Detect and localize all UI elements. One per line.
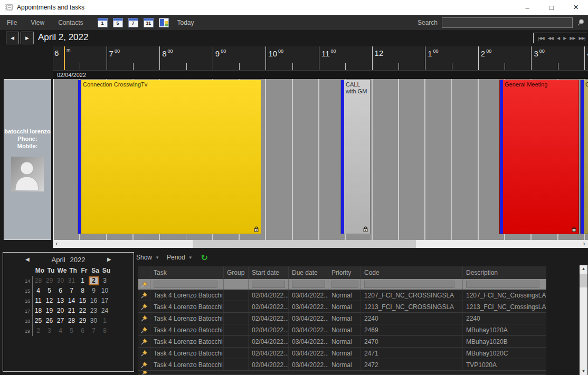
task-cell-due[interactable]: 03/04/2022... xyxy=(289,301,328,312)
show-dropdown-caret-icon[interactable]: ▼ xyxy=(155,255,159,260)
task-row[interactable]: Task 4 Lorenzo Batocchi02/04/2022...03/0… xyxy=(138,348,546,359)
calendar-day[interactable]: 27 xyxy=(55,316,66,325)
task-cell-priority[interactable]: Normal xyxy=(328,313,361,324)
calendar-day[interactable]: 24 xyxy=(99,306,110,315)
task-cell-code[interactable]: 1207_FCI_NC_CROSSINGSLA xyxy=(361,290,463,301)
task-pin-cell[interactable] xyxy=(138,301,150,312)
last-record-button[interactable]: ▶▶| xyxy=(579,36,585,41)
schedule-grid[interactable]: Connection CrosswingTvCALL with GMGenera… xyxy=(53,79,588,240)
column-pin[interactable] xyxy=(138,266,150,279)
calendar-day[interactable]: 9 xyxy=(88,286,99,295)
calendar-day[interactable]: 5 xyxy=(66,326,77,335)
calendar-day[interactable]: 11 xyxy=(33,296,44,305)
task-cell-start[interactable]: 02/04/2022... xyxy=(249,359,289,370)
calendar-day[interactable]: 4 xyxy=(33,286,44,295)
task-cell-task[interactable]: Task 4 Lorenzo Batocchi xyxy=(150,290,224,301)
task-cell-code[interactable]: 2472 xyxy=(361,359,463,370)
calendar-day[interactable]: 15 xyxy=(77,296,88,305)
month-view-icon[interactable]: 31 xyxy=(144,18,154,27)
workweek-view-icon[interactable]: 5 xyxy=(113,18,123,27)
calendar-day[interactable]: 26 xyxy=(44,316,55,325)
task-row-partial[interactable] xyxy=(138,371,546,375)
first-record-button[interactable]: |◀◀ xyxy=(538,36,544,41)
column-task[interactable]: Task xyxy=(150,266,224,279)
task-cell-start[interactable]: 02/04/2022... xyxy=(249,290,289,301)
calendar-day[interactable]: 8 xyxy=(77,286,88,295)
menu-view[interactable]: View xyxy=(24,19,51,26)
next-record-button[interactable]: ▶ xyxy=(563,36,566,41)
task-cell-group[interactable] xyxy=(224,336,249,347)
task-cell-due[interactable]: 03/04/2022... xyxy=(289,324,328,335)
day-band[interactable]: 02/04/2022 xyxy=(53,70,588,79)
today-button[interactable]: Today xyxy=(177,19,194,26)
calendar-day[interactable]: 17 xyxy=(99,296,110,305)
refresh-icon[interactable]: ↻ xyxy=(201,253,208,263)
task-cell-start[interactable]: 02/04/2022... xyxy=(249,336,289,347)
filter-task[interactable] xyxy=(150,279,224,290)
appointment-block[interactable]: General Meeting xyxy=(499,80,579,234)
calendar-day[interactable]: 4 xyxy=(55,326,66,335)
calendar-day[interactable]: 12 xyxy=(44,296,55,305)
task-row[interactable]: Task 4 Lorenzo Batocchi02/04/2022...03/0… xyxy=(138,301,546,313)
task-row[interactable]: Task 4 Lorenzo Batocchi02/04/2022...03/0… xyxy=(138,359,546,371)
task-cell-code[interactable]: 2471 xyxy=(361,348,463,359)
filter-priority[interactable] xyxy=(328,279,361,290)
task-cell-priority[interactable]: Normal xyxy=(328,324,361,335)
task-cell-task[interactable]: Task 4 Lorenzo Batocchi xyxy=(150,324,224,335)
task-pin-cell[interactable] xyxy=(138,359,150,370)
column-code[interactable]: Code xyxy=(361,266,463,279)
calendar-day[interactable]: 7 xyxy=(66,286,77,295)
task-cell-priority[interactable]: Normal xyxy=(328,359,361,370)
task-cell-description[interactable]: MBuhay1020C xyxy=(463,348,546,359)
task-cell-priority[interactable]: Normal xyxy=(328,348,361,359)
contact-card[interactable]: batocchi lorenzo Phone: Mobile: xyxy=(4,79,51,240)
calendar-day[interactable]: 16 xyxy=(88,296,99,305)
close-button[interactable]: × xyxy=(564,0,588,15)
calendar-day-selected[interactable]: 2 xyxy=(89,276,99,285)
menu-file[interactable]: File xyxy=(0,19,24,26)
calendar-day[interactable]: 13 xyxy=(55,296,66,305)
task-pin-cell[interactable] xyxy=(138,371,150,374)
calendar-day[interactable]: 28 xyxy=(33,276,44,285)
calendar-day[interactable]: 20 xyxy=(55,306,66,315)
fast-next-button[interactable]: ▶▶ xyxy=(570,36,575,41)
task-pin-cell[interactable] xyxy=(138,313,150,324)
period-dropdown[interactable]: Period xyxy=(167,254,185,261)
task-cell-code[interactable]: 1213_FCI_NC_CROSSINGSLA xyxy=(361,301,463,312)
task-cell-code[interactable]: 2240 xyxy=(361,313,463,324)
scroll-left-arrow-icon[interactable]: ‹ xyxy=(53,240,61,248)
task-cell-code[interactable]: 2470 xyxy=(361,336,463,347)
task-cell-task[interactable]: Task 4 Lorenzo Batocchi xyxy=(150,301,224,312)
calendar-day[interactable]: 6 xyxy=(55,286,66,295)
minimize-button[interactable]: – xyxy=(515,0,539,15)
filter-pin-icon[interactable] xyxy=(138,279,150,290)
task-pin-cell[interactable] xyxy=(138,348,150,359)
calendar-day[interactable]: 23 xyxy=(88,306,99,315)
horizontal-scroll-thumb[interactable] xyxy=(193,240,416,248)
calendar-day[interactable]: 30 xyxy=(88,316,99,325)
appointment-block[interactable]: Connection CrosswingTv xyxy=(78,80,261,234)
task-cell-priority[interactable]: Normal xyxy=(328,290,361,301)
timeline-view-icon[interactable] xyxy=(159,18,169,27)
calendar-day[interactable]: 1 xyxy=(99,316,110,325)
calendar-day[interactable]: 31 xyxy=(66,276,77,285)
task-pin-cell[interactable] xyxy=(138,324,150,335)
vertical-scroll-thumb[interactable] xyxy=(580,274,587,287)
week-view-icon[interactable]: 7 xyxy=(128,18,138,27)
calendar-day[interactable]: 22 xyxy=(77,306,88,315)
task-cell-priority[interactable]: Normal xyxy=(328,301,361,312)
calendar-day[interactable]: 2 xyxy=(33,326,44,335)
task-cell-due[interactable]: 03/04/2022... xyxy=(289,290,328,301)
task-row[interactable]: Task 4 Lorenzo Batocchi02/04/2022...03/0… xyxy=(138,336,546,348)
calendar-day[interactable]: 28 xyxy=(66,316,77,325)
task-cell-due[interactable]: 03/04/2022... xyxy=(289,348,328,359)
filter-start-date[interactable] xyxy=(249,279,289,290)
calendar-day[interactable]: 7 xyxy=(88,326,99,335)
task-row[interactable]: Task 4 Lorenzo Batocchi02/04/2022...03/0… xyxy=(138,290,546,301)
period-dropdown-caret-icon[interactable]: ▼ xyxy=(188,255,193,260)
calendar-day[interactable]: 10 xyxy=(99,286,110,295)
task-cell-start[interactable]: 02/04/2022... xyxy=(249,313,289,324)
calendar-day[interactable]: 8 xyxy=(99,326,110,335)
calendar-day[interactable]: 21 xyxy=(66,306,77,315)
filter-code[interactable] xyxy=(361,279,463,290)
